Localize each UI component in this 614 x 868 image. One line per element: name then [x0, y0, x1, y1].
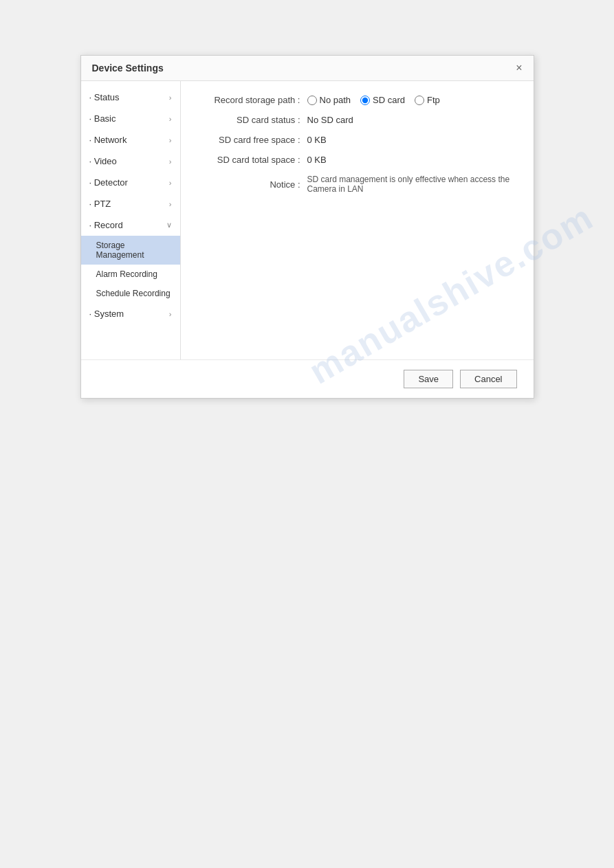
sidebar-item-network[interactable]: · Network ›: [81, 129, 180, 151]
sd-card-free-space-label: SD card free space :: [197, 135, 307, 145]
sidebar-item-ptz[interactable]: · PTZ ›: [81, 193, 180, 214]
device-settings-dialog: Device Settings × · Status › · Basic › ·…: [80, 55, 534, 399]
sidebar-item-status[interactable]: · Status ›: [81, 87, 180, 108]
sidebar-item-status-label: · Status: [89, 92, 120, 102]
notice-label: Notice :: [197, 179, 307, 190]
chevron-right-icon: ›: [169, 200, 172, 208]
record-storage-path-label: Record storage path :: [197, 95, 307, 105]
sidebar-subitem-schedule-recording[interactable]: Schedule Recording: [81, 284, 180, 303]
chevron-right-icon: ›: [169, 179, 172, 187]
sidebar-item-basic[interactable]: · Basic ›: [81, 108, 180, 129]
sidebar-subitem-storage-management[interactable]: Storage Management: [81, 236, 180, 265]
sidebar-item-network-label: · Network: [89, 135, 127, 145]
chevron-right-icon: ›: [169, 310, 172, 318]
notice-value: SD card management is only effective whe…: [307, 175, 517, 194]
notice-row: Notice : SD card management is only effe…: [197, 175, 517, 194]
close-button[interactable]: ×: [516, 63, 522, 74]
sidebar-item-record-label: · Record: [89, 220, 123, 230]
sidebar-item-system[interactable]: · System ›: [81, 303, 180, 324]
dialog-title: Device Settings: [92, 63, 164, 74]
sidebar-item-ptz-label: · PTZ: [89, 199, 111, 209]
dialog-footer: Save Cancel: [81, 359, 534, 398]
radio-ftp-option[interactable]: Ftp: [415, 95, 440, 105]
radio-ftp[interactable]: [415, 96, 424, 105]
sd-card-status-label: SD card status :: [197, 115, 307, 125]
chevron-right-icon: ›: [169, 136, 172, 144]
sd-card-total-space-label: SD card total space :: [197, 155, 307, 165]
sidebar-item-detector-label: · Detector: [89, 177, 128, 188]
radio-sd-card-label: SD card: [373, 95, 405, 105]
sidebar-item-system-label: · System: [89, 309, 124, 319]
storage-path-radio-group: No path SD card Ftp: [307, 95, 440, 105]
sd-card-free-space-value: 0 KB: [307, 135, 327, 145]
sd-card-total-space-row: SD card total space : 0 KB: [197, 155, 517, 165]
sd-card-total-space-value: 0 KB: [307, 155, 327, 165]
radio-no-path-option[interactable]: No path: [307, 95, 351, 105]
sidebar-item-record[interactable]: · Record ∨: [81, 214, 180, 236]
schedule-recording-label: Schedule Recording: [96, 289, 171, 298]
radio-no-path[interactable]: [307, 96, 317, 105]
sidebar-subitem-alarm-recording[interactable]: Alarm Recording: [81, 265, 180, 284]
sidebar-item-basic-label: · Basic: [89, 113, 116, 124]
sidebar-item-detector[interactable]: · Detector ›: [81, 172, 180, 193]
radio-no-path-label: No path: [320, 95, 351, 105]
radio-sd-card[interactable]: [360, 96, 370, 105]
sidebar: · Status › · Basic › · Network › · Video…: [81, 81, 181, 359]
cancel-button[interactable]: Cancel: [460, 370, 516, 388]
sd-card-status-row: SD card status : No SD card: [197, 115, 517, 125]
chevron-right-icon: ›: [169, 93, 172, 102]
radio-ftp-label: Ftp: [427, 95, 440, 105]
sidebar-item-video[interactable]: · Video ›: [81, 151, 180, 172]
storage-management-label: Storage Management: [96, 241, 144, 260]
record-storage-path-row: Record storage path : No path SD card Ft…: [197, 95, 517, 105]
main-content: manualshive.com Record storage path : No…: [181, 81, 534, 359]
save-button[interactable]: Save: [404, 370, 453, 388]
chevron-right-icon: ›: [169, 115, 172, 123]
dialog-body: · Status › · Basic › · Network › · Video…: [81, 81, 534, 359]
dialog-header: Device Settings ×: [81, 56, 534, 81]
sidebar-item-video-label: · Video: [89, 156, 117, 166]
chevron-right-icon: ›: [169, 157, 172, 166]
sd-card-free-space-row: SD card free space : 0 KB: [197, 135, 517, 145]
chevron-down-icon: ∨: [166, 221, 172, 230]
radio-sd-card-option[interactable]: SD card: [360, 95, 405, 105]
sd-card-status-value: No SD card: [307, 115, 353, 125]
alarm-recording-label: Alarm Recording: [96, 269, 157, 279]
